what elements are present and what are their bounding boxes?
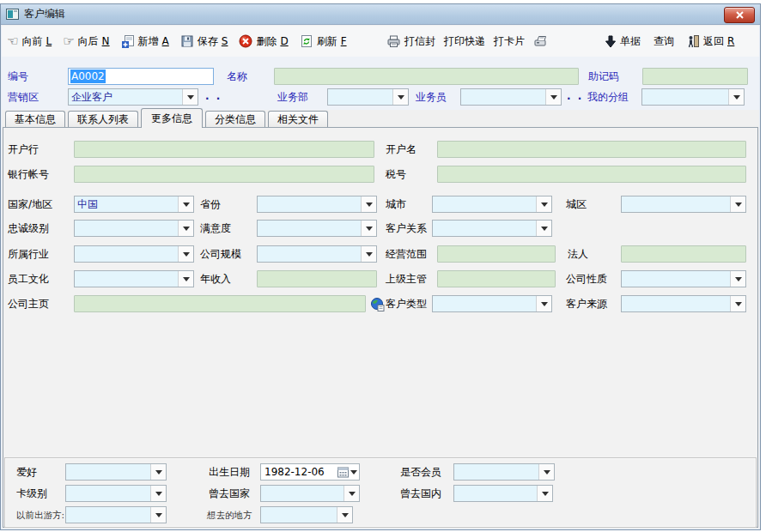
district-combo[interactable]: [621, 196, 746, 213]
is-member-combo[interactable]: [453, 463, 555, 481]
account-name-input[interactable]: [437, 141, 746, 158]
chevron-down-icon[interactable]: [178, 221, 193, 236]
country-combo[interactable]: 中国: [74, 196, 194, 213]
company-size-label: 公司规模: [200, 245, 241, 263]
tax-input[interactable]: [437, 166, 746, 183]
employee-culture-label: 员工文化: [8, 270, 49, 287]
legal-person-label: 法人: [568, 245, 588, 263]
travel-method-combo[interactable]: [65, 506, 167, 523]
chevron-down-icon[interactable]: [361, 196, 376, 212]
loyalty-combo[interactable]: [74, 220, 194, 237]
district-label: 城区: [566, 196, 587, 213]
customer-source-combo[interactable]: [621, 295, 746, 312]
birth-date-picker[interactable]: 1982-12-06: [260, 463, 360, 481]
chevron-down-icon[interactable]: [361, 246, 376, 262]
chevron-down-icon[interactable]: [361, 221, 376, 236]
loyalty-label: 忠诚级别: [8, 220, 49, 237]
legal-person-input[interactable]: [621, 245, 746, 263]
industry-combo[interactable]: [74, 245, 194, 263]
chevron-down-icon[interactable]: [178, 246, 193, 262]
satisfaction-combo[interactable]: [257, 220, 377, 237]
customer-type-combo[interactable]: [432, 295, 552, 312]
tab-more-info[interactable]: 更多信息: [141, 108, 203, 128]
city-combo[interactable]: [432, 196, 552, 213]
annual-income-label: 年收入: [200, 270, 231, 287]
tax-label: 税号: [386, 166, 406, 183]
customer-type-label: 客户类型: [386, 295, 427, 312]
card-level-combo[interactable]: [65, 485, 167, 502]
chevron-down-icon[interactable]: [150, 464, 166, 480]
chevron-down-icon[interactable]: [349, 470, 359, 475]
chevron-down-icon[interactable]: [178, 196, 193, 212]
chevron-down-icon[interactable]: [178, 271, 193, 287]
places-to-go-combo[interactable]: [260, 506, 353, 523]
customer-edit-window: 客户编辑 ☜ 向前L ☞ 向后N 新增A: [0, 3, 761, 530]
chevron-down-icon[interactable]: [150, 486, 166, 501]
bank-label: 开户行: [8, 141, 39, 158]
supervisor-input[interactable]: [437, 270, 556, 287]
country-label: 国家/地区: [8, 196, 52, 213]
country-value: 中国: [75, 196, 178, 212]
places-to-go-label: 想去的地方: [207, 506, 252, 523]
open-homepage-button[interactable]: [369, 296, 385, 311]
customer-source-label: 客户来源: [566, 295, 607, 312]
chevron-down-icon[interactable]: [536, 196, 551, 212]
province-combo[interactable]: [257, 196, 377, 213]
bank-account-input[interactable]: [74, 166, 374, 183]
company-nature-label: 公司性质: [566, 270, 607, 287]
province-label: 省份: [200, 196, 221, 213]
visited-countries-combo[interactable]: [260, 485, 360, 502]
annual-income-input[interactable]: [257, 270, 377, 287]
hobby-label: 爱好: [16, 463, 37, 481]
employee-culture-combo[interactable]: [74, 270, 194, 287]
hobby-combo[interactable]: [65, 463, 167, 481]
chevron-down-icon[interactable]: [537, 486, 552, 501]
chevron-down-icon[interactable]: [536, 221, 551, 236]
chevron-down-icon[interactable]: [343, 486, 359, 501]
card-level-label: 卡级别: [16, 485, 47, 502]
business-scope-label: 经营范围: [386, 245, 427, 263]
visited-countries-label: 曾去国家: [209, 485, 250, 502]
is-member-label: 是否会员: [400, 463, 441, 481]
chevron-down-icon[interactable]: [538, 464, 554, 480]
chevron-down-icon[interactable]: [337, 507, 352, 523]
chevron-down-icon[interactable]: [730, 271, 745, 287]
supervisor-label: 上级主管: [386, 270, 427, 287]
industry-label: 所属行业: [8, 245, 49, 263]
relationship-combo[interactable]: [432, 220, 552, 237]
chevron-down-icon[interactable]: [150, 507, 166, 523]
relationship-label: 客户关系: [386, 220, 427, 237]
city-label: 城市: [386, 196, 406, 213]
birth-date-label: 出生日期: [209, 463, 250, 481]
company-size-combo[interactable]: [257, 245, 377, 263]
chevron-down-icon[interactable]: [730, 296, 745, 311]
account-name-label: 开户名: [386, 141, 416, 158]
globe-icon: [370, 297, 385, 311]
satisfaction-label: 满意度: [200, 220, 231, 237]
chevron-down-icon[interactable]: [730, 196, 745, 212]
homepage-label: 公司主页: [8, 295, 49, 312]
visited-domestic-label: 曾去国内: [400, 485, 441, 502]
company-nature-combo[interactable]: [621, 270, 746, 287]
calendar-icon: [337, 467, 349, 478]
bank-input[interactable]: [74, 141, 374, 158]
birth-date-value: 1982-12-06: [261, 466, 337, 478]
visited-domestic-combo[interactable]: [453, 485, 553, 502]
travel-method-label: 以前出游方:: [16, 506, 64, 523]
chevron-down-icon[interactable]: [536, 296, 551, 311]
business-scope-input[interactable]: [437, 245, 556, 263]
homepage-input[interactable]: [74, 295, 366, 312]
bank-account-label: 银行帐号: [8, 166, 49, 183]
